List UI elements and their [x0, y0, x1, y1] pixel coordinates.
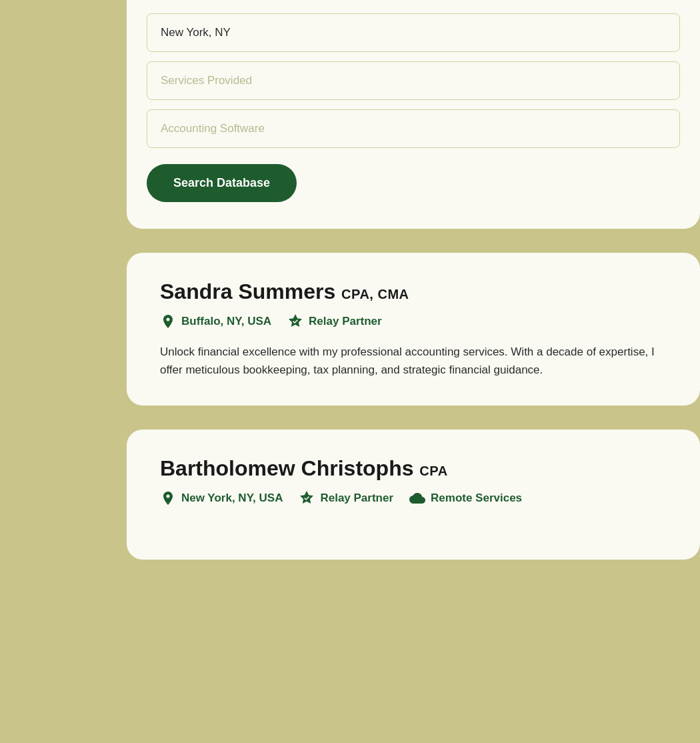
services-input[interactable]: [147, 61, 680, 100]
person-meta-1: New York, NY, USA Relay Partner Remote S…: [160, 490, 673, 506]
remote-services-text-1: Remote Services: [431, 492, 522, 505]
person-location-0: Buffalo, NY, USA: [160, 313, 271, 329]
relay-partner-badge-0: Relay Partner: [287, 313, 382, 329]
person-description-0: Unlock financial excellence with my prof…: [160, 343, 660, 379]
location-icon-0: [160, 313, 176, 329]
person-fullname-1: Bartholomew Christophs: [160, 456, 413, 480]
accounting-software-input[interactable]: [147, 109, 680, 148]
result-card-1: Bartholomew Christophs CPA New York, NY,…: [127, 430, 700, 560]
person-credentials-1: CPA: [419, 464, 447, 478]
location-icon-1: [160, 490, 176, 506]
location-text-1: New York, NY, USA: [181, 492, 283, 505]
relay-partner-text-0: Relay Partner: [309, 315, 382, 328]
person-name-0: Sandra Summers CPA, CMA: [160, 279, 673, 304]
person-meta-0: Buffalo, NY, USA Relay Partner: [160, 313, 673, 329]
relay-partner-icon-0: [287, 313, 303, 329]
relay-partner-icon-1: [299, 490, 315, 506]
location-input[interactable]: [147, 13, 680, 52]
remote-services-icon-1: [409, 490, 425, 506]
location-text-0: Buffalo, NY, USA: [181, 315, 271, 328]
person-location-1: New York, NY, USA: [160, 490, 283, 506]
relay-partner-badge-1: Relay Partner: [299, 490, 393, 506]
person-credentials-0: CPA, CMA: [341, 287, 409, 301]
search-database-button[interactable]: Search Database: [147, 164, 297, 202]
remote-services-badge-1: Remote Services: [409, 490, 522, 506]
relay-partner-text-1: Relay Partner: [320, 492, 393, 505]
search-card: Search Database: [127, 0, 700, 229]
person-fullname-0: Sandra Summers: [160, 279, 335, 303]
result-card-0: Sandra Summers CPA, CMA Buffalo, NY, USA…: [127, 253, 700, 406]
person-name-1: Bartholomew Christophs CPA: [160, 456, 673, 481]
